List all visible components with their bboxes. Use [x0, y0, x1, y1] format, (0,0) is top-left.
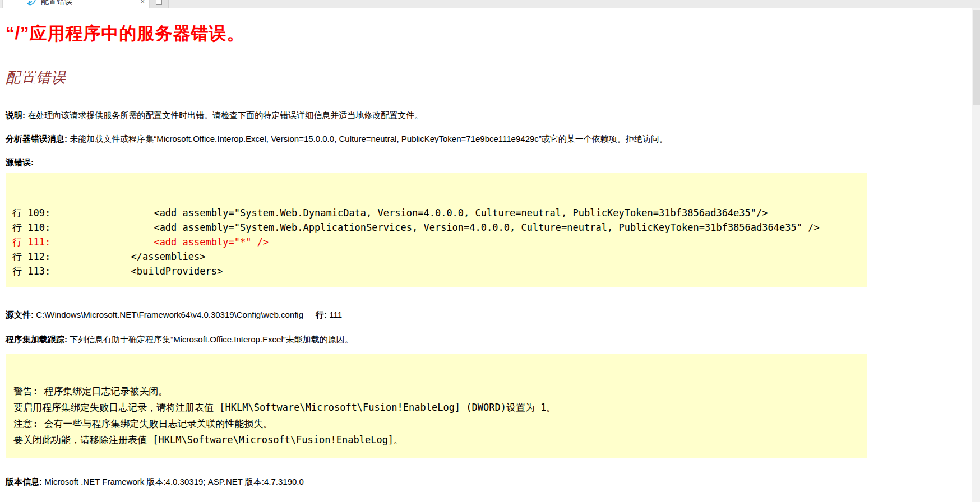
- code-line: 行 110: <add assembly="System.Web.Applica…: [12, 220, 862, 235]
- code-line-highlighted: 行 111: <add assembly="*" />: [12, 235, 862, 249]
- source-file-label: 源文件:: [6, 310, 34, 319]
- description-label: 说明:: [6, 110, 25, 120]
- browser-window: { "browser": { "tab_title": "配置错误", "clo…: [0, 0, 980, 502]
- source-file-paragraph: 源文件: C:\Windows\Microsoft.NET\Framework6…: [6, 309, 868, 320]
- source-error-code-block: 行 109: <add assembly="System.Web.Dynamic…: [6, 173, 867, 287]
- version-label: 版本信息:: [6, 477, 42, 486]
- tab-title: 配置错误: [41, 0, 72, 7]
- source-file-path: C:\Windows\Microsoft.NET\Framework64\v4.…: [34, 310, 303, 319]
- section-title: 配置错误: [6, 68, 868, 87]
- assembly-trace-text: 下列信息有助于确定程序集“Microsoft.Office.Interop.Ex…: [67, 334, 353, 344]
- browser-tab-bar: e 配置错误 ×: [0, 0, 980, 8]
- fusion-log-line: 注意: 会有一些与程序集绑定失败日志记录关联的性能损失。: [13, 416, 862, 432]
- svg-text:e: e: [28, 0, 32, 7]
- version-text: Microsoft .NET Framework 版本:4.0.30319; A…: [42, 477, 304, 486]
- code-line: 行 109: <add assembly="System.Web.Dynamic…: [12, 206, 862, 220]
- divider-top: [6, 59, 867, 59]
- source-error-label: 源错误:: [6, 157, 34, 167]
- version-paragraph: 版本信息: Microsoft .NET Framework 版本:4.0.30…: [6, 476, 868, 487]
- browser-tab[interactable]: e 配置错误 ×: [2, 0, 150, 8]
- source-error-paragraph: 源错误:: [6, 157, 868, 168]
- parser-error-label: 分析器错误消息:: [6, 134, 67, 143]
- scrollbar-thumb[interactable]: [973, 10, 980, 105]
- internet-explorer-icon: e: [26, 0, 36, 7]
- tab-inner: e 配置错误: [3, 0, 149, 7]
- assembly-trace-paragraph: 程序集加载跟踪: 下列信息有助于确定程序集“Microsoft.Office.I…: [6, 334, 868, 345]
- assembly-trace-label: 程序集加载跟踪:: [6, 334, 67, 344]
- line-label: 行:: [316, 310, 327, 319]
- description-paragraph: 说明: 在处理向该请求提供服务所需的配置文件时出错。请检查下面的特定错误详细信息…: [6, 110, 868, 121]
- new-tab-button[interactable]: [150, 0, 169, 8]
- tab-close-icon[interactable]: ×: [140, 0, 145, 6]
- new-tab-icon: [156, 0, 162, 5]
- line-number: 111: [327, 310, 342, 319]
- parser-error-text: 未能加载文件或程序集“Microsoft.Office.Interop.Exce…: [67, 134, 668, 143]
- error-page: “/”应用程序中的服务器错误。 配置错误 说明: 在处理向该请求提供服务所需的配…: [0, 22, 980, 487]
- fusion-log-line: 要关闭此功能，请移除注册表值 [HKLM\Software\Microsoft\…: [13, 432, 862, 448]
- page-title: “/”应用程序中的服务器错误。: [6, 22, 868, 45]
- code-line: 行 113: <buildProviders>: [12, 264, 862, 278]
- fusion-log-line: 警告: 程序集绑定日志记录被关闭。: [13, 383, 862, 399]
- description-text: 在处理向该请求提供服务所需的配置文件时出错。请检查下面的特定错误详细信息并适当地…: [25, 110, 423, 120]
- divider-bottom: [6, 467, 867, 467]
- fusion-log-block: 警告: 程序集绑定日志记录被关闭。 要启用程序集绑定失败日志记录，请将注册表值 …: [6, 354, 867, 458]
- code-line: 行 112: </assemblies>: [12, 249, 862, 264]
- parser-error-paragraph: 分析器错误消息: 未能加载文件或程序集“Microsoft.Office.Int…: [6, 133, 868, 145]
- vertical-scrollbar[interactable]: [972, 8, 980, 502]
- fusion-log-line: 要启用程序集绑定失败日志记录，请将注册表值 [HKLM\Software\Mic…: [13, 399, 862, 416]
